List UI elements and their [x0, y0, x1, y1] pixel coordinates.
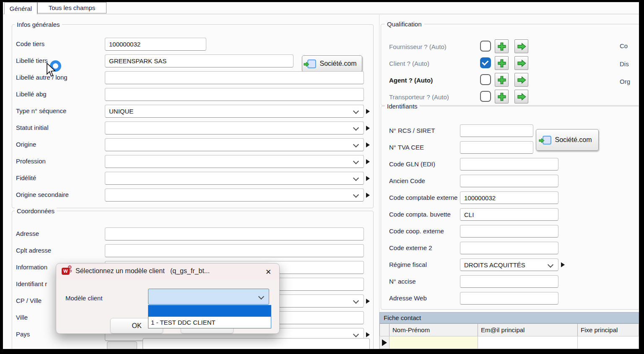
contact-table-header-email[interactable]: Em@il principal [478, 323, 578, 336]
rcs-siret-input[interactable] [460, 124, 533, 137]
chevron-down-icon[interactable] [353, 158, 359, 164]
dropdown-item-selected[interactable] [148, 305, 271, 317]
chevron-down-icon[interactable] [548, 262, 553, 268]
contact-cell-nom[interactable] [389, 336, 478, 349]
qualification-label: Agent ? (Auto) [389, 77, 433, 84]
tab-tous-les-champs[interactable]: Tous les champs [37, 2, 106, 13]
chevron-down-icon[interactable] [258, 294, 264, 300]
dropdown-item[interactable]: 1 - TEST DDC CLIENT [148, 317, 271, 328]
field-label: Code externe 2 [389, 244, 432, 251]
context-arrow-icon[interactable] [366, 332, 370, 337]
chevron-down-icon[interactable] [353, 142, 359, 147]
libelle-tiers-input[interactable]: GREENSPARK SAS [105, 54, 293, 67]
field-label: Identifiant r [16, 280, 47, 287]
origine-combo[interactable] [105, 138, 364, 151]
chevron-down-icon[interactable] [353, 125, 359, 131]
transporteur-checkbox[interactable] [480, 91, 491, 102]
tab-general[interactable]: Général [4, 2, 37, 14]
societe-com-button[interactable]: Société.com [536, 129, 599, 151]
field-label: Ville [16, 314, 28, 321]
fournisseur-plus-button[interactable] [495, 39, 509, 53]
societe-button-label: Société.com [555, 136, 592, 144]
client-plus-button[interactable] [495, 56, 509, 70]
arrow-right-icon [517, 92, 526, 101]
adresse-input[interactable] [105, 227, 364, 240]
fidelite-combo[interactable] [105, 172, 364, 185]
contact-cell-email[interactable] [478, 336, 578, 349]
contact-table-header-fixe[interactable]: Fixe principal [577, 323, 639, 336]
code-comptable-externe-input[interactable]: 100000032 [460, 191, 558, 204]
chevron-down-icon[interactable] [353, 108, 359, 114]
tabstrip-divider [3, 14, 639, 14]
client-goto-button[interactable] [514, 56, 528, 70]
field-label: CP / Ville [16, 297, 42, 304]
context-arrow-icon[interactable] [366, 142, 370, 147]
agent-checkbox[interactable] [480, 74, 491, 85]
cplt-adresse-input[interactable] [105, 244, 364, 257]
combo-value: UNIQUE [109, 108, 133, 115]
gear-icon [69, 269, 72, 273]
field-label: Régime fiscal [389, 261, 427, 268]
field-label: Cplt adresse [16, 247, 51, 254]
accise-input[interactable] [460, 275, 558, 288]
context-arrow-icon[interactable] [366, 176, 370, 181]
chevron-down-icon[interactable] [353, 331, 359, 337]
code-gln-input[interactable] [460, 158, 558, 171]
cut-label: Org [620, 78, 630, 85]
chevron-down-icon[interactable] [353, 298, 359, 304]
adresse-web-input[interactable] [460, 292, 558, 305]
client-checkbox[interactable] [480, 57, 491, 68]
chevron-down-icon[interactable] [353, 175, 359, 181]
field-label: Information [16, 264, 47, 271]
ancien-code-input[interactable] [460, 175, 558, 187]
field-label: N° accise [389, 278, 416, 285]
chevron-down-icon[interactable] [353, 192, 359, 198]
group-title: Infos générales [15, 21, 62, 28]
partial-input[interactable] [143, 338, 370, 349]
contact-table-header-nom[interactable]: Nom-Prénom [389, 323, 478, 336]
libelle-autre-input[interactable] [105, 71, 364, 84]
plus-icon [497, 59, 506, 68]
code-externe-2-input[interactable] [460, 242, 558, 254]
screen: Général Tous les champs Infos générales … [0, 0, 644, 354]
qualification-label: Transporteur ? (Auto) [389, 93, 449, 101]
context-arrow-icon[interactable] [366, 126, 370, 131]
field-label: N° TVA CEE [389, 144, 424, 151]
agent-goto-button[interactable] [514, 73, 528, 87]
code-compta-buvette-input[interactable]: CLI [460, 208, 558, 221]
field-label: Origine [16, 141, 36, 148]
modele-client-combo[interactable] [148, 289, 269, 305]
societe-com-button[interactable]: Société.com [302, 55, 362, 72]
fournisseur-goto-button[interactable] [514, 39, 528, 53]
code-tiers-input[interactable]: 100000032 [105, 38, 206, 51]
field-label: Code comptable externe [389, 194, 457, 201]
transporteur-goto-button[interactable] [514, 90, 528, 103]
fournisseur-checkbox[interactable] [480, 41, 491, 52]
context-arrow-icon[interactable] [366, 109, 370, 114]
agent-plus-button[interactable] [495, 73, 509, 87]
profession-combo[interactable] [105, 155, 364, 168]
origine-secondaire-combo[interactable] [105, 189, 364, 202]
field-label: Fidélité [16, 174, 36, 181]
tva-cee-input[interactable] [460, 141, 533, 154]
field-label: Libellé tiers [16, 57, 48, 64]
type-sequence-combo[interactable]: UNIQUE [105, 105, 364, 118]
context-arrow-icon[interactable] [561, 262, 565, 267]
field-label: Code coop. externe [389, 227, 444, 235]
context-arrow-icon[interactable] [366, 193, 370, 198]
regime-fiscal-combo[interactable]: DROITS ACQUITTÉS [460, 258, 558, 271]
contact-row-selector[interactable] [379, 336, 390, 349]
partial-button[interactable] [107, 341, 137, 349]
context-arrow-icon[interactable] [366, 299, 370, 304]
mouse-cursor [45, 63, 56, 78]
field-label: Type n° séquence [16, 107, 66, 114]
contact-cell-fixe[interactable] [577, 336, 639, 349]
context-arrow-icon[interactable] [366, 159, 370, 164]
field-label: Code compta. buvette [389, 211, 451, 218]
close-icon[interactable]: ✕ [263, 266, 274, 277]
transporteur-plus-button[interactable] [495, 90, 509, 103]
code-coop-externe-input[interactable] [460, 225, 558, 238]
libelle-abg-input[interactable] [105, 88, 364, 101]
panel-separator [379, 15, 379, 349]
statut-initial-combo[interactable] [105, 121, 364, 134]
